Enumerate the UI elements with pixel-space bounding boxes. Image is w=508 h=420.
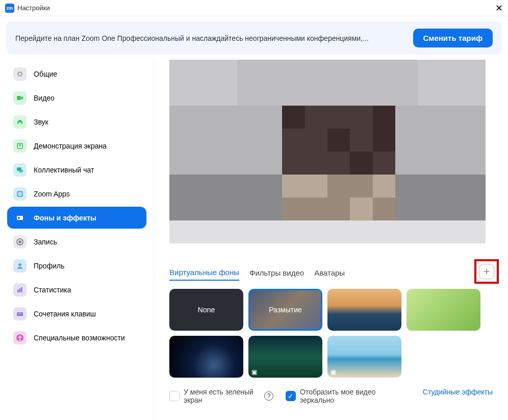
sidebar-item-label: Демонстрация экрана [34, 142, 107, 150]
greenscreen-option[interactable]: У меня есть зеленый экран ? [169, 388, 273, 404]
help-icon[interactable]: ? [264, 391, 273, 401]
sidebar-item-keyboard[interactable]: Сочетания клавиш [7, 303, 146, 325]
background-option[interactable] [169, 336, 243, 378]
sidebar-item-video[interactable]: Видео [7, 87, 146, 109]
accessibility-icon [13, 331, 27, 344]
svg-point-15 [18, 263, 21, 266]
video-preview [169, 60, 486, 243]
share-icon [13, 139, 27, 153]
sidebar-item-label: Статистика [34, 286, 71, 294]
background-option[interactable]: Размытие [248, 289, 322, 331]
main-panel: Виртуальные фоныФильтры видеоАватары Non… [154, 60, 508, 420]
sidebar-item-label: Видео [34, 94, 55, 102]
sidebar-item-label: Запись [34, 238, 57, 246]
svg-rect-16 [17, 290, 19, 292]
sidebar-item-label: Коллективный чат [34, 166, 94, 174]
svg-rect-5 [19, 169, 23, 172]
stats-icon [13, 283, 27, 297]
headphones-icon [13, 115, 27, 129]
upgrade-banner: Перейдите на план Zoom One Профессиональ… [6, 21, 502, 55]
svg-point-10 [20, 194, 21, 195]
svg-point-24 [19, 335, 21, 337]
sidebar-item-chat[interactable]: Коллективный чат [7, 159, 146, 181]
upgrade-button[interactable]: Сменить тариф [413, 29, 493, 47]
sidebar-item-label: Профиль [34, 262, 64, 270]
mirror-checkbox[interactable]: ✓ [286, 391, 296, 401]
svg-point-12 [18, 217, 20, 219]
chat-icon [13, 163, 27, 177]
sidebar: ОбщиеВидеоЗвукДемонстрация экранаКоллект… [0, 60, 154, 420]
app-logo: zm [5, 4, 14, 13]
close-icon[interactable]: ✕ [495, 3, 503, 14]
greenscreen-label: У меня есть зеленый экран [184, 388, 260, 404]
background-grid: NoneРазмытие▣▣ [169, 289, 493, 378]
gear-icon [13, 67, 27, 81]
background-icon [13, 211, 27, 225]
video-icon [13, 91, 27, 105]
sidebar-item-label: Сочетания клавиш [34, 310, 96, 318]
background-option[interactable]: ▣ [327, 336, 401, 378]
profile-icon [13, 259, 27, 273]
tab[interactable]: Фильтры видео [249, 268, 304, 280]
sidebar-item-label: Общие [34, 70, 57, 78]
sidebar-item-label: Фоны и эффекты [34, 214, 96, 222]
sidebar-item-background[interactable]: Фоны и эффекты [7, 207, 146, 229]
background-label: None [198, 306, 215, 314]
sidebar-item-headphones[interactable]: Звук [7, 111, 146, 133]
apps-icon [13, 187, 27, 201]
sidebar-item-stats[interactable]: Статистика [7, 279, 146, 301]
sidebar-item-record[interactable]: Запись [7, 231, 146, 253]
svg-rect-17 [19, 288, 21, 292]
svg-rect-21 [19, 313, 20, 314]
tab[interactable]: Аватары [314, 268, 345, 280]
window-title: Настройки [17, 4, 50, 12]
greenscreen-checkbox[interactable] [169, 391, 180, 401]
sidebar-item-profile[interactable]: Профиль [7, 255, 146, 277]
svg-point-7 [18, 192, 19, 193]
background-label: Размытие [269, 306, 302, 314]
tab-bar: Виртуальные фоныФильтры видеоАватары [169, 268, 493, 281]
svg-rect-6 [17, 191, 22, 196]
svg-rect-18 [21, 287, 22, 292]
keyboard-icon [13, 307, 27, 320]
svg-rect-22 [20, 313, 21, 314]
svg-point-8 [20, 192, 21, 193]
studio-effects-link[interactable]: Студийные эффекты [423, 388, 493, 396]
sidebar-item-label: Звук [34, 118, 48, 126]
options-row: У меня есть зеленый экран ? ✓ Отобразить… [169, 388, 493, 404]
video-icon: ▣ [331, 368, 336, 376]
svg-point-1 [19, 73, 21, 75]
sidebar-item-apps[interactable]: Zoom Apps [7, 183, 146, 205]
background-option[interactable] [327, 289, 401, 331]
mirror-label: Отобразить мое видео зеркально [300, 388, 392, 404]
sidebar-item-share[interactable]: Демонстрация экрана [7, 135, 146, 157]
banner-text: Перейдите на план Zoom One Профессиональ… [15, 34, 369, 42]
svg-rect-2 [17, 96, 21, 100]
tab[interactable]: Виртуальные фоны [169, 268, 239, 281]
titlebar: zm Настройки ✕ [0, 0, 508, 16]
svg-point-9 [18, 194, 19, 195]
record-icon [13, 235, 27, 249]
background-option[interactable] [407, 289, 480, 331]
mirror-option[interactable]: ✓ Отобразить мое видео зеркально [286, 388, 392, 404]
sidebar-item-label: Специальные возможности [34, 334, 125, 342]
svg-rect-20 [18, 313, 19, 314]
background-option[interactable]: None [169, 289, 243, 331]
annotation-highlight [474, 259, 499, 284]
sidebar-item-accessibility[interactable]: Специальные возможности [7, 327, 146, 349]
sidebar-item-gear[interactable]: Общие [7, 63, 146, 85]
svg-point-14 [18, 240, 21, 243]
sidebar-item-label: Zoom Apps [34, 190, 70, 198]
video-icon: ▣ [251, 368, 257, 376]
background-option[interactable]: ▣ [248, 336, 322, 378]
